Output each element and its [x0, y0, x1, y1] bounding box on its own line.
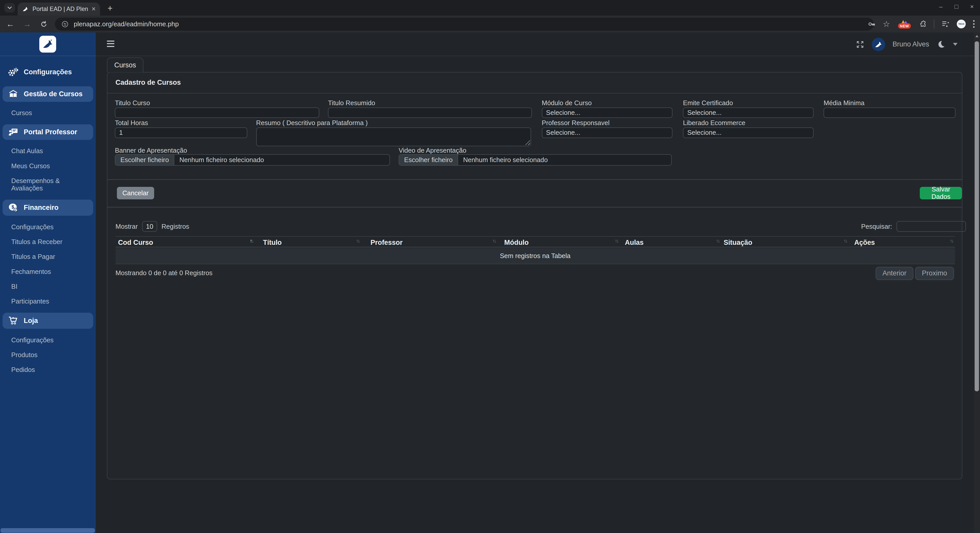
sort-icon[interactable]: ↑↓	[356, 238, 359, 244]
dark-mode-moon-icon[interactable]	[937, 40, 945, 49]
window-maximize-button[interactable]: □	[955, 3, 958, 10]
cancel-button[interactable]: Cancelar	[117, 187, 154, 199]
sidebar-item-gestao-de-cursos[interactable]: Gestão de Cursos	[3, 86, 93, 102]
sidebar-scrollbar[interactable]	[0, 528, 95, 533]
liberado-ecommerce-select[interactable]: Selecione...	[683, 127, 814, 138]
forward-button[interactable]: →	[23, 19, 32, 29]
user-avatar[interactable]	[872, 38, 885, 51]
titulo-curso-input[interactable]	[115, 107, 319, 118]
scrollbar-thumb[interactable]	[975, 41, 979, 391]
sidebar-item-meus-cursos[interactable]: Meus Cursos	[0, 159, 96, 173]
banner-file-button[interactable]: Escolher ficheiro	[115, 155, 174, 165]
sidebar-item-participantes[interactable]: Participantes	[0, 294, 96, 308]
col-cod-curso[interactable]: Cod Curso	[118, 239, 153, 247]
reload-button[interactable]	[40, 21, 48, 28]
password-key-icon[interactable]	[867, 20, 876, 28]
col-acoes[interactable]: Ações	[854, 239, 875, 247]
save-button[interactable]: Salvar Dados	[920, 187, 962, 199]
sidebar-item-cursos[interactable]: Cursos	[0, 106, 96, 120]
sort-icon[interactable]: ↑↓	[716, 238, 719, 244]
new-tab-button[interactable]: +	[107, 4, 113, 13]
scrollbar-up-arrow[interactable]	[975, 35, 978, 37]
browser-profile-avatar[interactable]: TECH	[957, 20, 966, 28]
page-scrollbar[interactable]	[974, 32, 980, 533]
sidebar-item-loja-configuracoes[interactable]: Configurações	[0, 333, 96, 347]
resize-grip[interactable]	[525, 140, 530, 145]
sidebar-item-configuracoes[interactable]: Configurações	[0, 62, 96, 82]
sidebar-toggle-hamburger-icon[interactable]	[107, 41, 115, 48]
sidebar-item-titulos-a-pagar[interactable]: Titulos a Pagar	[0, 250, 96, 263]
page-size-select[interactable]: 10	[142, 221, 157, 232]
label-titulo-resumido: Titulo Resumido	[328, 99, 375, 107]
card-title: Cadastro de Cursos	[107, 73, 962, 94]
label-media-minima: Média Minima	[824, 99, 864, 107]
sidebar-item-bi[interactable]: BI	[0, 280, 96, 293]
col-modulo[interactable]: Módulo	[504, 239, 529, 247]
cart-icon	[7, 316, 19, 326]
form-footer-divider	[107, 179, 962, 180]
search-input[interactable]	[897, 221, 966, 232]
user-menu-caret-icon[interactable]	[953, 43, 958, 46]
resumo-textarea[interactable]	[256, 127, 531, 146]
browser-menu-kebab-icon[interactable]	[973, 20, 975, 28]
sidebar-item-fechamentos[interactable]: Fechamentos	[0, 265, 96, 278]
media-playlist-icon[interactable]	[941, 20, 950, 28]
emite-certificado-select[interactable]: Selecione...	[683, 107, 814, 118]
sidebar-item-label: Loja	[24, 317, 38, 325]
sort-icon[interactable]: ↑↓	[950, 238, 953, 244]
brand-logo[interactable]	[39, 36, 56, 53]
sidebar-item-financeiro-configuracoes[interactable]: Configurações	[0, 220, 96, 234]
sidebar-item-loja[interactable]: Loja	[3, 313, 93, 329]
sidebar-item-portal-professor[interactable]: Portal Professor	[3, 124, 93, 140]
window-minimize-button[interactable]: –	[939, 3, 943, 10]
col-situacao[interactable]: Situação	[724, 239, 752, 247]
records-label: Registros	[162, 223, 189, 230]
site-info-icon[interactable]	[61, 21, 68, 28]
back-button[interactable]: ←	[6, 19, 14, 29]
sort-icon[interactable]: ↑↓	[492, 238, 495, 244]
sidebar-item-desempenhos-avaliacoes[interactable]: Desempenhos & Avaliações	[0, 174, 96, 195]
next-page-button[interactable]: Proximo	[915, 267, 954, 280]
sidebar-item-pedidos[interactable]: Pedidos	[0, 363, 96, 377]
video-file-button[interactable]: Escolher ficheiro	[399, 155, 458, 165]
school-book-icon	[7, 89, 19, 99]
sort-icon[interactable]: ↑↓	[615, 238, 618, 244]
titulo-resumido-input[interactable]	[328, 107, 531, 118]
window-close-button[interactable]: ×	[970, 3, 974, 10]
media-minima-input[interactable]	[824, 107, 956, 118]
extensions-puzzle-icon[interactable]	[919, 20, 927, 28]
url-bar[interactable]: plenapaz.org/ead/eadmin/home.php	[55, 18, 873, 31]
col-professor[interactable]: Professor	[371, 239, 403, 247]
table-empty-row: Sem registros na Tabela	[116, 248, 955, 264]
col-aulas[interactable]: Aulas	[625, 239, 644, 247]
tab-cursos[interactable]: Cursos	[107, 57, 143, 72]
fullscreen-icon[interactable]	[856, 40, 864, 49]
browser-toolbar: ← → plenapaz.org/ead/eadmin/home.php	[0, 16, 980, 32]
banner-file-input[interactable]: Escolher ficheiro Nenhum ficheiro seleci…	[115, 154, 390, 165]
tab-search-button[interactable]	[4, 3, 15, 13]
label-resumo: Resumo ( Descritivo para Plataforma )	[256, 119, 368, 127]
previous-page-button[interactable]: Anterior	[876, 267, 913, 280]
extension-new-icon[interactable]: NEW	[897, 17, 912, 32]
video-file-input[interactable]: Escolher ficheiro Nenhum ficheiro seleci…	[399, 154, 672, 165]
new-badge: NEW	[898, 23, 911, 29]
browser-tab[interactable]: Portal EAD | AD Plena Paz ×	[18, 3, 100, 16]
total-horas-input[interactable]	[115, 127, 247, 138]
label-liberado-ecommerce: Liberado Ecommerce	[683, 119, 745, 127]
col-titulo[interactable]: Título	[263, 239, 282, 247]
bookmark-star-icon[interactable]: ☆	[883, 19, 890, 29]
user-name[interactable]: Bruno Alves	[892, 40, 929, 48]
modulo-de-curso-select[interactable]: Selecione...	[542, 107, 673, 118]
url-text[interactable]: plenapaz.org/ead/eadmin/home.php	[74, 21, 179, 28]
table-info: Mostrando 0 de 0 até 0 Registros	[116, 269, 213, 277]
sidebar-item-financeiro[interactable]: $ Financeiro	[3, 200, 93, 216]
sort-icon[interactable]: ↑↓	[250, 238, 253, 244]
sort-icon[interactable]: ↑↓	[844, 238, 847, 244]
browser-tab-strip: Portal EAD | AD Plena Paz × + – □ ×	[0, 0, 980, 16]
tab-close-icon[interactable]: ×	[92, 6, 96, 13]
dollar-coin-icon: $	[7, 203, 19, 213]
professor-responsavel-select[interactable]: Selecione...	[542, 127, 673, 138]
sidebar-item-produtos[interactable]: Produtos	[0, 348, 96, 362]
sidebar-item-chat-aulas[interactable]: Chat Aulas	[0, 144, 96, 158]
sidebar-item-titulos-a-receber[interactable]: Titulos a Receber	[0, 235, 96, 249]
